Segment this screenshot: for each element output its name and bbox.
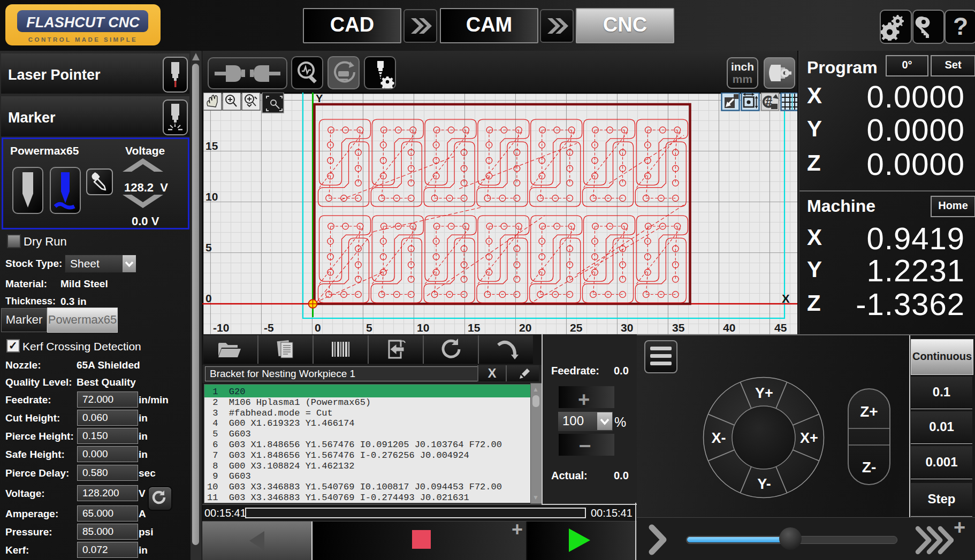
svg-text:X: X	[782, 292, 790, 305]
svg-text:10: 10	[417, 321, 429, 334]
svg-text:20: 20	[519, 321, 531, 334]
svg-text:X-: X-	[712, 430, 726, 446]
svg-text:15: 15	[468, 321, 481, 334]
svg-text:-5: -5	[264, 321, 274, 334]
svg-text:35: 35	[672, 321, 685, 334]
svg-text:Y-: Y-	[757, 476, 771, 492]
svg-text:0: 0	[205, 292, 212, 304]
svg-text:45: 45	[774, 321, 787, 334]
svg-text:25: 25	[570, 321, 583, 334]
svg-text:Y: Y	[316, 93, 323, 104]
svg-text:30: 30	[621, 321, 633, 334]
svg-text:Y+: Y+	[755, 385, 773, 401]
svg-text:0: 0	[315, 321, 321, 334]
svg-text:10: 10	[205, 190, 218, 203]
svg-text:5: 5	[366, 321, 372, 334]
svg-text:X+: X+	[800, 430, 818, 446]
svg-text:15: 15	[205, 140, 218, 152]
svg-text:-10: -10	[213, 321, 229, 334]
svg-text:40: 40	[723, 321, 735, 334]
svg-text:5: 5	[205, 241, 212, 254]
